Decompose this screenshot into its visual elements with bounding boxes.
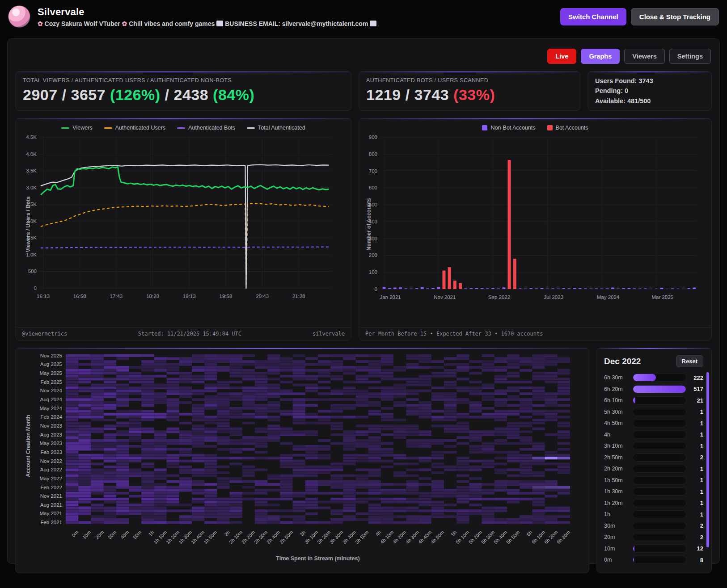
- duration-row[interactable]: 0m8: [604, 556, 703, 564]
- duration-row[interactable]: 2h 20m1: [604, 465, 703, 473]
- svg-text:21:28: 21:28: [292, 294, 305, 299]
- tab-settings[interactable]: Settings: [669, 49, 711, 64]
- svg-text:3.5K: 3.5K: [26, 168, 37, 174]
- svg-text:500: 500: [28, 269, 37, 274]
- legend-item[interactable]: Non-Bot Accounts: [482, 125, 535, 131]
- scan-info-line: Users Found: 3743: [595, 76, 704, 86]
- duration-row[interactable]: 5h 30m1: [604, 408, 703, 416]
- duration-label: 1h: [604, 511, 629, 517]
- svg-text:May 2024: May 2024: [597, 294, 620, 300]
- subtitle-part: BUSINESS EMAIL: silvervale@mythictalent.…: [223, 20, 370, 27]
- duration-row[interactable]: 1h1: [604, 510, 703, 518]
- duration-bar: [633, 487, 686, 496]
- legend-item[interactable]: Authenticated Users: [104, 125, 166, 131]
- heatmap-x-tick: 4h 20m: [392, 529, 407, 545]
- duration-row[interactable]: 2h 50m2: [604, 454, 703, 462]
- duration-row[interactable]: 1h 20m1: [604, 499, 703, 507]
- heatmap-y-tick: Aug 2024: [40, 397, 62, 402]
- heatmap-y-tick: Nov 2025: [40, 353, 62, 358]
- heatmap-x-tick: 4h 40m: [417, 529, 432, 545]
- legend-swatch-icon: [247, 127, 255, 129]
- duration-row[interactable]: 30m2: [604, 522, 703, 530]
- legend-label: Bot Accounts: [556, 125, 588, 131]
- duration-label: 10m: [604, 546, 629, 552]
- duration-row[interactable]: 10m12: [604, 545, 703, 553]
- reset-button[interactable]: Reset: [676, 355, 703, 367]
- svg-text:4.5K: 4.5K: [26, 134, 37, 140]
- heatmap-x-tick: 4h: [374, 529, 382, 537]
- legend-item[interactable]: Viewers: [61, 125, 92, 131]
- heatmap-y-tick: May 2024: [39, 406, 62, 411]
- duration-row[interactable]: 4h 50m1: [604, 419, 703, 427]
- heatmap-y-tick: May 2022: [39, 476, 62, 481]
- duration-bar-fill: [633, 374, 656, 381]
- heatmap-y-tick: Nov 2022: [40, 458, 62, 464]
- heatmap-xlabel-title: Time Spent in Stream (minutes): [66, 554, 570, 562]
- heatmap-card: Account Creation Month Nov 2025Aug 2025M…: [15, 348, 589, 573]
- svg-text:20:43: 20:43: [256, 294, 269, 299]
- duration-row[interactable]: 1h 30m1: [604, 487, 703, 496]
- tab-live[interactable]: Live: [547, 49, 576, 64]
- duration-row[interactable]: 6h 10m21: [604, 396, 703, 404]
- svg-text:Jul 2023: Jul 2023: [544, 294, 563, 300]
- duration-row[interactable]: 1h 50m1: [604, 476, 703, 484]
- heatmap-x-tick: 3h 40m: [342, 529, 357, 545]
- stat-label: TOTAL VIEWERS / AUTHENTICATED USERS / AU…: [23, 77, 344, 84]
- stats-row: TOTAL VIEWERS / AUTHENTICATED USERS / AU…: [15, 71, 712, 111]
- heatmap-y-tick: Nov 2023: [40, 423, 62, 428]
- legend-label: Non-Bot Accounts: [490, 125, 535, 131]
- stat-part: 1219 / 3743: [366, 86, 453, 103]
- heatmap-canvas-wrap: 0m10m20m30m40m50m1h1h 10m1h 20m1h 30m1h …: [66, 354, 570, 562]
- duration-value: 1: [690, 488, 703, 495]
- duration-bar: [633, 545, 686, 553]
- duration-row[interactable]: 20m2: [604, 533, 703, 541]
- legend-label: Authenticated Users: [115, 125, 166, 131]
- legend-item[interactable]: Authenticated Bots: [177, 125, 235, 131]
- panel-scrollbar[interactable]: [706, 372, 709, 547]
- heatmap-x-tick: 5h: [450, 529, 457, 537]
- heatmap-ylabel-title: Account Creation Month: [20, 354, 30, 562]
- duration-label: 3h 10m: [604, 443, 629, 449]
- legend-item[interactable]: Bot Accounts: [547, 125, 588, 131]
- duration-label: 2h 50m: [604, 454, 629, 461]
- heatmap-x-tick: 4h 50m: [430, 529, 445, 545]
- duration-panel: Dec 2022 Reset 6h 30m2226h 20m5176h 10m2…: [596, 348, 712, 573]
- heatmap-y-tick: Feb 2024: [40, 414, 62, 420]
- legend-item[interactable]: Total Authenticated: [247, 125, 305, 131]
- stat-part: / 2438: [161, 86, 213, 103]
- heatmap-x-tick: 4h 10m: [379, 529, 394, 545]
- duration-bar: [633, 499, 686, 507]
- footer-watermark: @viewermetrics: [22, 331, 67, 337]
- svg-text:18:28: 18:28: [146, 294, 159, 299]
- duration-value: 1: [690, 511, 703, 518]
- heatmap-y-tick: Feb 2025: [40, 379, 62, 385]
- heatmap-y-tick: Nov 2021: [40, 493, 62, 499]
- heatmap-x-tick: 1h: [148, 529, 155, 537]
- duration-row[interactable]: 4h1: [604, 431, 703, 439]
- switch-channel-button[interactable]: Switch Channel: [560, 8, 626, 25]
- duration-bar-fill: [633, 386, 686, 393]
- legend-swatch-icon: [547, 125, 553, 130]
- stat-part: 2907 / 3657: [23, 86, 110, 103]
- line-chart-svg: 05001.0K1.5K2.0K2.5K3.0K3.5K4.0K4.5K16:1…: [16, 132, 337, 316]
- scan-info-line: Pending: 0: [595, 86, 704, 96]
- stat-part: (84%): [213, 86, 254, 103]
- duration-row[interactable]: 3h 10m1: [604, 442, 703, 450]
- close-stop-tracking-button[interactable]: Close & Stop Tracking: [631, 8, 719, 25]
- heatmap-x-tick: 1h 40m: [190, 529, 205, 545]
- channel-avatar[interactable]: [8, 5, 30, 28]
- duration-row[interactable]: 6h 20m517: [604, 385, 703, 393]
- duration-row[interactable]: 6h 30m222: [604, 374, 703, 382]
- heatmap-canvas[interactable]: [66, 354, 570, 524]
- duration-label: 5h 30m: [604, 409, 629, 415]
- duration-bar-fill: [633, 545, 634, 552]
- heatmap-grid: Account Creation Month Nov 2025Aug 2025M…: [20, 354, 581, 562]
- duration-value: 1: [690, 477, 703, 483]
- duration-bar: [633, 454, 686, 462]
- line-chart-legend: ViewersAuthenticated UsersAuthenticated …: [16, 118, 351, 132]
- channel-meta: Silvervale ✿ Cozy Sakura Wolf VTuber ✿ C…: [38, 6, 553, 27]
- tab-viewers[interactable]: Viewers: [624, 49, 665, 64]
- svg-text:800: 800: [369, 151, 377, 157]
- tab-graphs[interactable]: Graphs: [581, 49, 620, 64]
- stat-part: (33%): [453, 86, 495, 103]
